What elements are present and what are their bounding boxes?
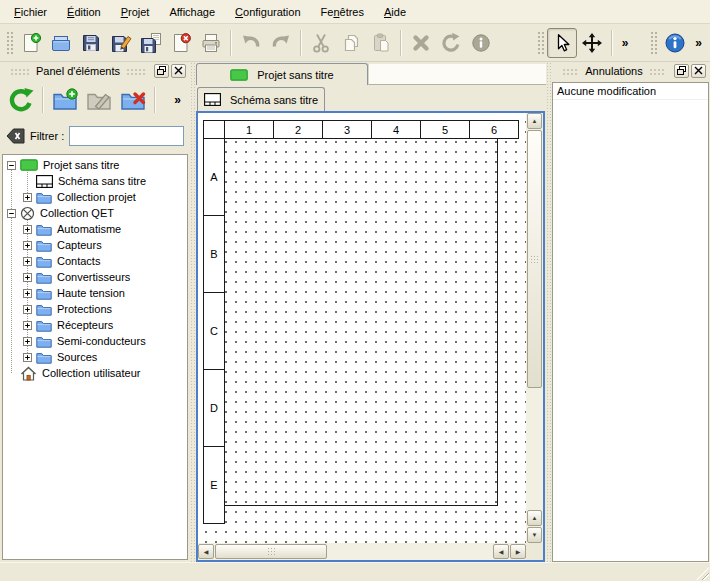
tree-item-collection-projet[interactable]: Collection projet: [3, 189, 187, 205]
expander-plus-icon[interactable]: [23, 289, 32, 298]
new-category-button[interactable]: [48, 83, 82, 117]
info-gray-icon: [470, 32, 492, 54]
close-panel-button[interactable]: [171, 64, 186, 78]
open-file-button[interactable]: [46, 28, 76, 58]
expander-plus-icon[interactable]: [23, 321, 32, 330]
reload-collections-button[interactable]: [4, 83, 38, 117]
tree-item-semi-conducteurs[interactable]: Semi-conducteurs: [3, 333, 187, 349]
clear-filter-button[interactable]: [6, 128, 25, 144]
tree-item-protections[interactable]: Protections: [3, 301, 187, 317]
menu-edition[interactable]: Édition: [58, 3, 110, 21]
schema-view: 123456ABCDE ▲ ▲ ▼ ◀ ◀ ▶: [196, 111, 545, 562]
undo-list[interactable]: Aucune modification: [552, 82, 709, 562]
toolbar-separator: [300, 30, 302, 56]
tab-schema[interactable]: Schéma sans titre: [197, 87, 325, 111]
horizontal-scrollbar[interactable]: ◀ ◀ ▶: [198, 543, 526, 560]
tree-item-automatisme[interactable]: Automatisme: [3, 221, 187, 237]
menu-aide[interactable]: Aide: [375, 3, 415, 21]
toolbar-overflow-button[interactable]: »: [169, 93, 186, 107]
scroll-left-button[interactable]: ◀: [198, 544, 214, 559]
element-tree[interactable]: Projet sans titreSchéma sans titreCollec…: [2, 154, 188, 560]
float-panel-button[interactable]: [674, 64, 689, 78]
folder-icon: [36, 255, 52, 268]
vertical-scroll-thumb[interactable]: [527, 130, 542, 388]
toolbar-overflow-button[interactable]: »: [617, 36, 634, 50]
expander-plus-icon[interactable]: [23, 353, 32, 362]
elements-panel: Panel d'éléments » Filtrer : Projet sans…: [0, 62, 190, 562]
close-panel-button[interactable]: [691, 64, 706, 78]
toolbar-handle[interactable]: [537, 30, 544, 56]
expander-plus-icon[interactable]: [23, 193, 32, 202]
expander-plus-icon[interactable]: [23, 257, 32, 266]
expander-plus-icon[interactable]: [23, 273, 32, 282]
filter-input[interactable]: [69, 126, 184, 146]
element-info-button[interactable]: [466, 28, 496, 58]
tree-item-collection-qet[interactable]: Collection QET: [3, 205, 187, 221]
vertical-scrollbar[interactable]: ▲ ▲ ▼: [526, 113, 543, 543]
save-as-button[interactable]: [106, 28, 136, 58]
undo-list-item[interactable]: Aucune modification: [553, 83, 708, 100]
new-file-button[interactable]: [16, 28, 46, 58]
scroll-right-button[interactable]: ▶: [510, 544, 526, 559]
expander-plus-icon[interactable]: [23, 337, 32, 346]
tree-item-schema-sans-titre[interactable]: Schéma sans titre: [3, 173, 187, 189]
tree-item-capteurs[interactable]: Capteurs: [3, 237, 187, 253]
rotate-button[interactable]: [436, 28, 466, 58]
titlebar-texture: [649, 68, 666, 75]
tree-item-collection-utilisateur[interactable]: Collection utilisateur: [3, 365, 187, 381]
float-panel-button[interactable]: [154, 64, 169, 78]
toolbar-separator: [154, 87, 156, 113]
horizontal-scroll-thumb[interactable]: [215, 544, 327, 559]
menu-projet[interactable]: Projet: [112, 3, 159, 21]
scroll-down-button[interactable]: ▼: [527, 527, 542, 543]
project-icon: [20, 159, 38, 171]
delete-button[interactable]: [406, 28, 436, 58]
save-all-button[interactable]: [136, 28, 166, 58]
expander-plus-icon[interactable]: [23, 241, 32, 250]
save-button[interactable]: [76, 28, 106, 58]
menu-affichage[interactable]: Affichage: [160, 3, 224, 21]
toolbar-overflow-button[interactable]: »: [690, 36, 707, 50]
tree-item-contacts[interactable]: Contacts: [3, 253, 187, 269]
undo-button[interactable]: [236, 28, 266, 58]
expander-minus-icon[interactable]: [7, 209, 16, 218]
resize-grip[interactable]: [696, 567, 709, 580]
tree-item-haute-tension[interactable]: Haute tension: [3, 285, 187, 301]
tab-project[interactable]: Projet sans titre: [196, 63, 368, 85]
scroll-up-button-2[interactable]: ▲: [527, 510, 542, 526]
expander-plus-icon[interactable]: [23, 305, 32, 314]
delete-category-button[interactable]: [116, 83, 150, 117]
menu-fichier[interactable]: Fichier: [5, 3, 56, 21]
tree-item-convertisseurs[interactable]: Convertisseurs: [3, 269, 187, 285]
tree-item-sources[interactable]: Sources: [3, 349, 187, 365]
tree-item-projet-sans-titre[interactable]: Projet sans titre: [3, 157, 187, 173]
scroll-up-button[interactable]: ▲: [527, 113, 542, 129]
paste-button[interactable]: [366, 28, 396, 58]
move-tool-button[interactable]: [577, 28, 607, 58]
tree-item-recepteurs[interactable]: Récepteurs: [3, 317, 187, 333]
print-button[interactable]: [196, 28, 226, 58]
select-tool-button[interactable]: [547, 28, 577, 58]
row-header-D: D: [203, 369, 225, 447]
folder-new-icon: [52, 87, 78, 113]
cut-button[interactable]: [306, 28, 336, 58]
edit-category-button[interactable]: [82, 83, 116, 117]
elements-panel-titlebar: Panel d'éléments: [0, 62, 190, 80]
toolbar-handle[interactable]: [650, 30, 657, 56]
scroll-left-button-2[interactable]: ◀: [493, 544, 509, 559]
redo-button[interactable]: [266, 28, 296, 58]
tree-item-label: Sources: [57, 351, 97, 363]
menu-fenetres[interactable]: Fenêtres: [312, 3, 373, 21]
menu-configuration[interactable]: Configuration: [226, 3, 309, 21]
expander-plus-icon[interactable]: [23, 225, 32, 234]
tree-item-label: Automatisme: [57, 223, 121, 235]
scrollbar-corner: [526, 543, 543, 560]
close-file-button[interactable]: [166, 28, 196, 58]
elements-panel-title: Panel d'éléments: [36, 65, 120, 77]
diagram-info-button[interactable]: [660, 28, 690, 58]
column-header-3: 3: [322, 120, 372, 139]
expander-minus-icon[interactable]: [7, 161, 16, 170]
toolbar-handle[interactable]: [6, 30, 13, 56]
schema-canvas[interactable]: 123456ABCDE: [198, 113, 526, 543]
copy-button[interactable]: [336, 28, 366, 58]
